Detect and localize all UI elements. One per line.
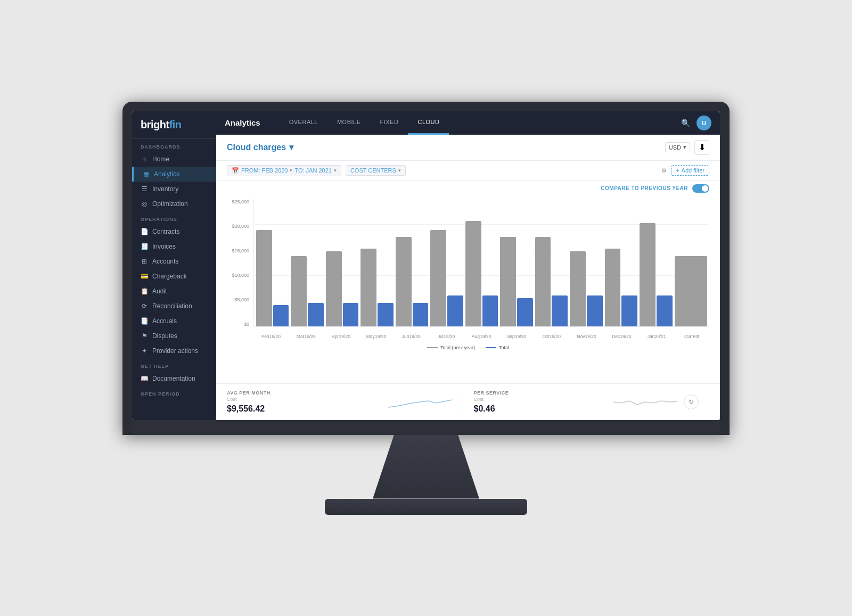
stat-avg-per-month: AVG PER MONTH Cost $9,556.42 [227, 390, 463, 414]
sidebar-item-reconciliation-label: Reconciliation [152, 302, 192, 310]
sidebar-item-documentation[interactable]: 📖 Documentation [132, 371, 216, 386]
calendar-icon: 📅 [232, 167, 239, 174]
content-header-actions: USD ▾ ⬇ [665, 140, 709, 155]
sidebar-item-optimization[interactable]: ◎ Optimization [132, 196, 216, 211]
x-label: Nov19/20 [569, 334, 604, 339]
filter-cost-centers-arrow: ▾ [398, 168, 401, 173]
bar-current [308, 303, 324, 326]
stat-avg-sub: Cost [227, 397, 382, 402]
sidebar-item-chargeback-label: Chargeback [152, 273, 187, 280]
avatar[interactable]: U [697, 116, 711, 130]
sidebar-item-accounts[interactable]: ⊞ Accounts [132, 254, 216, 269]
content-header: Cloud charges ▾ USD ▾ ⬇ [216, 135, 720, 161]
stat-service-value: $0.46 [474, 404, 608, 414]
y-label-25k: $25,000 [232, 199, 249, 204]
bar-group [361, 249, 393, 326]
home-icon: ⌂ [141, 155, 148, 163]
stat-avg-sparkline [388, 391, 452, 413]
bar-current [621, 295, 637, 326]
bar-prev-year [430, 230, 446, 326]
sidebar-item-analytics[interactable]: ▦ Analytics [132, 167, 216, 182]
x-label: Current [674, 334, 709, 339]
topnav-actions: 🔍 U [681, 116, 711, 130]
sidebar-item-contracts-label: Contracts [152, 228, 179, 235]
contracts-icon: 📄 [141, 228, 148, 235]
sidebar-item-disputes[interactable]: ⚑ Disputes [132, 328, 216, 343]
x-label: Dec19/20 [604, 334, 639, 339]
tab-cloud[interactable]: CLOUD [408, 111, 449, 135]
currency-label: USD [669, 144, 681, 151]
sidebar-item-chargeback[interactable]: 💳 Chargeback [132, 269, 216, 284]
bar-prev-year [675, 256, 707, 326]
chart-x-labels: Feb19/20Mar19/20Apr19/20May19/20Jun19/20… [253, 330, 709, 343]
refresh-button[interactable]: ↻ [684, 395, 699, 409]
legend-total: Total [486, 345, 509, 350]
sidebar: brightfin DASHBOARDS ⌂ Home ▦ Analytics … [132, 111, 216, 420]
stats-row: AVG PER MONTH Cost $9,556.42 PER SERVICE [216, 383, 720, 420]
stat-service-info: PER SERVICE Cost $0.46 [474, 390, 608, 414]
sidebar-item-contracts[interactable]: 📄 Contracts [132, 224, 216, 239]
topnav-tabs: OVERALL MOBILE FIXED CLOUD [280, 111, 670, 135]
bar-group [605, 249, 637, 326]
bar-current [343, 303, 359, 326]
chart-container: $25,000 $20,000 $15,000 $10,000 $5,000 $… [227, 199, 709, 343]
filter-cost-centers[interactable]: COST CENTERS ▾ [346, 165, 406, 176]
filter-date-range[interactable]: 📅 FROM: FEB 2020 ▾ TO: JAN 2021 ▾ [227, 165, 341, 176]
app-layout: brightfin DASHBOARDS ⌂ Home ▦ Analytics … [132, 111, 720, 420]
chargeback-icon: 💳 [141, 273, 148, 280]
sidebar-item-invoices[interactable]: 🧾 Invoices [132, 239, 216, 254]
compare-toggle[interactable] [692, 184, 709, 193]
x-label: Oct19/20 [534, 334, 569, 339]
add-filter-plus-icon: + [676, 167, 679, 174]
compare-row: COMPARE TO PREVIOUS YEAR [216, 181, 720, 194]
add-filter-button[interactable]: + Add filter [671, 165, 709, 176]
optimization-icon: ◎ [141, 200, 148, 208]
logo-bright: bright [141, 119, 169, 130]
sidebar-item-disputes-label: Disputes [152, 332, 177, 340]
sidebar-item-audit[interactable]: 📋 Audit [132, 284, 216, 299]
audit-icon: 📋 [141, 288, 148, 295]
legend-prev-year: Total (prev year) [427, 345, 475, 350]
bar-group [570, 251, 602, 326]
y-label-5k: $5,000 [234, 297, 249, 302]
section-dashboards-label: DASHBOARDS [132, 139, 216, 152]
sidebar-item-home[interactable]: ⌂ Home [132, 152, 216, 167]
bar-prev-year [535, 237, 551, 326]
monitor-screen: brightfin DASHBOARDS ⌂ Home ▦ Analytics … [132, 111, 720, 420]
search-icon[interactable]: 🔍 [681, 119, 690, 127]
sidebar-item-accruals[interactable]: 📑 Accruals [132, 314, 216, 328]
bar-group [326, 251, 358, 326]
documentation-icon: 📖 [141, 375, 148, 382]
bar-prev-year [640, 223, 656, 326]
sidebar-item-inventory[interactable]: ☰ Inventory [132, 182, 216, 196]
monitor-wrapper: brightfin DASHBOARDS ⌂ Home ▦ Analytics … [122, 102, 730, 515]
add-filter-label: Add filter [682, 167, 704, 174]
tab-mobile[interactable]: MOBILE [327, 111, 371, 135]
tab-fixed[interactable]: FIXED [371, 111, 408, 135]
bar-group [675, 256, 707, 326]
sidebar-item-reconciliation[interactable]: ⟳ Reconciliation [132, 299, 216, 314]
stat-avg-type: AVG PER MONTH [227, 390, 382, 396]
bar-prev-year [500, 237, 516, 326]
filter-to-arrow: ▾ [334, 168, 337, 173]
bar-current [273, 305, 289, 326]
currency-selector[interactable]: USD ▾ [665, 142, 690, 152]
filter-from-label: FROM: FEB 2020 [241, 167, 288, 174]
bar-prev-year [465, 221, 481, 326]
filter-to-label: TO: JAN 2021 [294, 167, 332, 174]
main-content: Analytics OVERALL MOBILE FIXED CLOUD 🔍 U [216, 111, 720, 420]
monitor-chin [132, 420, 720, 435]
x-label: May19/20 [359, 334, 394, 339]
legend-total-label: Total [499, 345, 509, 350]
y-label-15k: $15,000 [232, 248, 249, 253]
section-operations-label: OPERATIONS [132, 211, 216, 224]
section-get-help-label: GET HELP [132, 358, 216, 371]
sidebar-item-provider-actions[interactable]: ✦ Provider actions [132, 343, 216, 358]
export-button[interactable]: ⬇ [694, 140, 709, 155]
filter-bar-right: ⚙ + Add filter [661, 165, 709, 176]
tab-overall[interactable]: OVERALL [280, 111, 327, 135]
x-label: Jul19/20 [429, 334, 464, 339]
cloud-charges-title[interactable]: Cloud charges ▾ [227, 142, 293, 152]
y-label-0: $0 [244, 322, 249, 327]
sidebar-item-documentation-label: Documentation [152, 375, 195, 382]
